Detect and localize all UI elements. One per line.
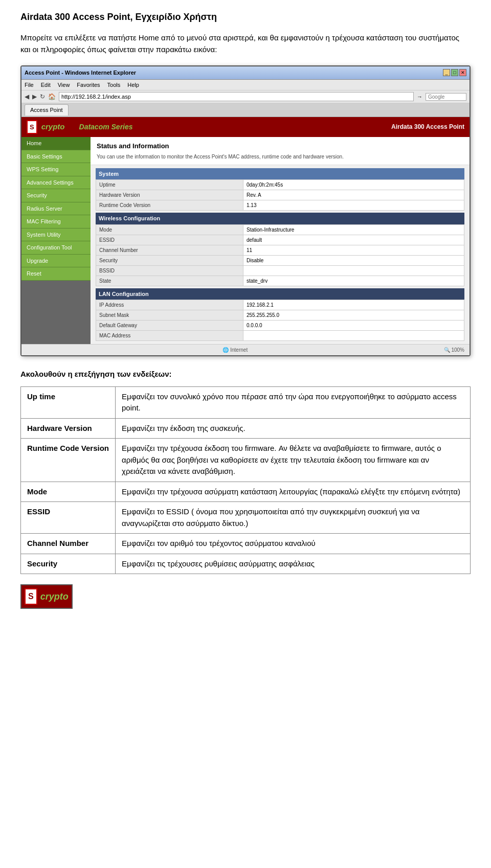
explanation-description: Εμφανίζει τις τρέχουσες ρυθμίσεις ασύρμα… xyxy=(116,554,471,574)
footer-status: 🌐 Internet xyxy=(222,346,248,354)
essid-value: default xyxy=(243,235,464,245)
table-row: BSSID xyxy=(96,265,464,276)
explanation-description: Εμφανίζει την τρέχουσα έκδοση του firmwa… xyxy=(116,439,471,482)
refresh-button[interactable]: ↻ xyxy=(40,92,45,101)
minimize-button[interactable]: _ xyxy=(443,69,450,76)
system-section: System Uptime 0day:0h:2m:45s Hardware Ve… xyxy=(96,168,464,341)
table-row: IP Address 192.168.2.1 xyxy=(96,300,464,310)
nav-upgrade[interactable]: Upgrade xyxy=(21,255,91,268)
menu-help[interactable]: Help xyxy=(127,81,139,89)
ap-sidebar: Home Basic Settings WPS Setting Advanced… xyxy=(21,137,91,344)
ap-status-header: Status and Information You can use the i… xyxy=(91,137,470,165)
nav-wps-setting[interactable]: WPS Setting xyxy=(21,163,91,176)
nav-security[interactable]: Security xyxy=(21,189,91,202)
mac-value xyxy=(243,331,464,341)
table-row: Default Gateway 0.0.0.0 xyxy=(96,321,464,331)
nav-basic-settings[interactable]: Basic Settings xyxy=(21,150,91,164)
explanation-description: Εμφανίζει την τρέχουσα ασύρματη κατάστασ… xyxy=(116,482,471,502)
table-row: Channel Number 11 xyxy=(96,245,464,255)
uptime-label: Uptime xyxy=(96,180,243,190)
gateway-label: Default Gateway xyxy=(96,321,243,331)
nav-mac-filtering[interactable]: MAC Filtering xyxy=(21,215,91,229)
browser-titlebar: Access Point - Windows Internet Explorer… xyxy=(21,66,470,80)
ap-logo-text: crypto xyxy=(41,121,65,133)
status-title: Status and Information xyxy=(97,141,463,151)
table-row: ESSID default xyxy=(96,235,464,245)
explanation-label: Hardware Version xyxy=(21,418,116,439)
menu-file[interactable]: File xyxy=(25,81,34,89)
uptime-value: 0day:0h:2m:45s xyxy=(243,180,464,190)
ap-content-area: S crypto Datacom Series Airdata 300 Acce… xyxy=(21,117,470,356)
table-row: Mode Station-Infrastructure xyxy=(96,224,464,235)
bottom-logo-text: crypto xyxy=(40,590,69,604)
menu-edit[interactable]: Edit xyxy=(41,81,51,89)
explanation-label: Mode xyxy=(21,482,116,502)
explanation-row: Channel NumberΕμφανίζει τον αριθμό του τ… xyxy=(21,534,471,554)
browser-menu-bar: File Edit View Favorites Tools Help xyxy=(21,80,470,91)
nav-radius-server[interactable]: Radius Server xyxy=(21,202,91,216)
bottom-logo-badge: S xyxy=(25,588,37,605)
explanation-description: Εμφανίζει την έκδοση της συσκευής. xyxy=(116,418,471,439)
browser-tab-accesspoint[interactable]: Access Point xyxy=(25,104,69,116)
state-label: State xyxy=(96,276,243,286)
nav-reset[interactable]: Reset xyxy=(21,267,91,281)
system-section-header: System xyxy=(96,168,464,180)
explanation-row: ESSIDΕμφανίζει το ESSID ( όνομα που χρησ… xyxy=(21,502,471,534)
nav-home[interactable]: Home xyxy=(21,137,91,150)
explanation-description: Εμφανίζει το ESSID ( όνομα που χρησιμοπο… xyxy=(116,502,471,534)
ip-value: 192.168.2.1 xyxy=(243,300,464,310)
search-input[interactable] xyxy=(426,93,466,101)
ap-logo-badge: S xyxy=(27,120,37,134)
browser-controls[interactable]: _ □ ✕ xyxy=(443,69,466,76)
explanation-label: Channel Number xyxy=(21,534,116,554)
hw-version-value: Rev. A xyxy=(243,190,464,200)
nav-system-utility[interactable]: System Utility xyxy=(21,229,91,242)
explanation-row: ModeΕμφανίζει την τρέχουσα ασύρματη κατά… xyxy=(21,482,471,502)
bssid-label: BSSID xyxy=(96,265,243,276)
mode-value: Station-Infrastructure xyxy=(243,224,464,235)
mode-label: Mode xyxy=(96,224,243,235)
channel-label: Channel Number xyxy=(96,245,243,255)
hw-version-label: Hardware Version xyxy=(96,190,243,200)
security-value: Disable xyxy=(243,255,464,265)
go-button[interactable]: → xyxy=(417,93,422,101)
menu-favorites[interactable]: Favorites xyxy=(77,81,100,89)
home-nav-button[interactable]: 🏠 xyxy=(48,92,56,101)
browser-toolbar: ◀ ▶ ↻ 🏠 → xyxy=(21,90,470,103)
ap-header-title: Airdata 300 Access Point xyxy=(391,122,464,131)
channel-value: 11 xyxy=(243,245,464,255)
explanation-row: Runtime Code VersionΕμφανίζει την τρέχου… xyxy=(21,439,471,482)
explanation-row: SecurityΕμφανίζει τις τρέχουσες ρυθμίσει… xyxy=(21,554,471,574)
nav-advanced-settings[interactable]: Advanced Settings xyxy=(21,176,91,190)
ap-series: Datacom Series xyxy=(79,122,133,132)
ap-main-content: Status and Information You can use the i… xyxy=(91,137,470,344)
back-button[interactable]: ◀ xyxy=(25,92,29,101)
explanation-label: Up time xyxy=(21,386,116,418)
essid-label: ESSID xyxy=(96,235,243,245)
security-label: Security xyxy=(96,255,243,265)
maximize-button[interactable]: □ xyxy=(451,69,458,76)
table-row: State state_drv xyxy=(96,276,464,286)
nav-configuration-tool[interactable]: Configuration Tool xyxy=(21,241,91,255)
close-button[interactable]: ✕ xyxy=(459,69,466,76)
table-row: MAC Address xyxy=(96,331,464,341)
bssid-value xyxy=(243,265,464,276)
runtime-label: Runtime Code Version xyxy=(96,200,243,211)
menu-view[interactable]: View xyxy=(58,81,70,89)
state-value: state_drv xyxy=(243,276,464,286)
browser-title: Access Point - Windows Internet Explorer xyxy=(25,68,136,77)
runtime-value: 1.13 xyxy=(243,200,464,211)
table-row: Subnet Mask 255.255.255.0 xyxy=(96,310,464,321)
forward-button[interactable]: ▶ xyxy=(32,92,37,101)
gateway-value: 0.0.0.0 xyxy=(243,321,464,331)
explanation-label: Runtime Code Version xyxy=(21,439,116,482)
section-heading: Ακολουθούν η επεξήγηση των ενδείξεων: xyxy=(20,369,471,380)
explanation-label: Security xyxy=(21,554,116,574)
explanation-row: Up timeΕμφανίζει τον συνολικό χρόνο που … xyxy=(21,386,471,418)
explanation-description: Εμφανίζει τον συνολικό χρόνο που πέρασε … xyxy=(116,386,471,418)
lan-section-header: LAN Configuration xyxy=(96,288,464,300)
page-title: Airdata 300 Access Point, Εγχειρίδιο Χρή… xyxy=(20,10,471,24)
address-bar[interactable] xyxy=(59,92,414,101)
ap-header-banner: S crypto Datacom Series Airdata 300 Acce… xyxy=(21,117,470,138)
menu-tools[interactable]: Tools xyxy=(107,81,121,89)
